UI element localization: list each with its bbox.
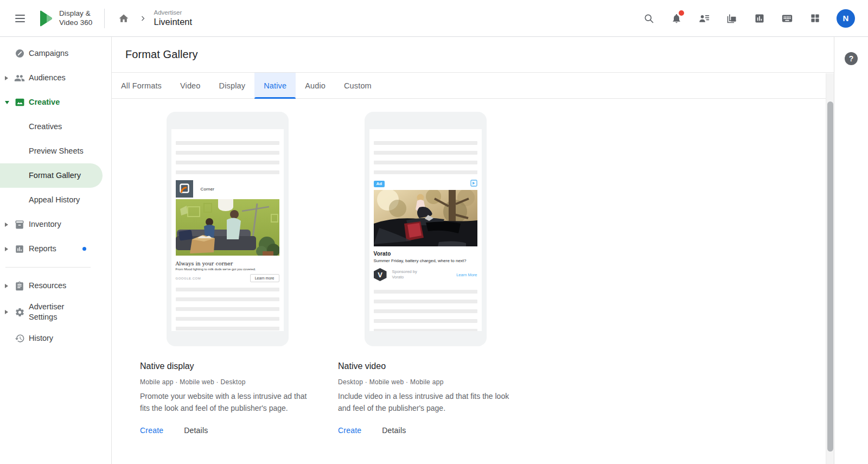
sidebar-item-label: Inventory <box>29 219 61 230</box>
product-line2: Video 360 <box>59 18 92 28</box>
sidebar: Campaigns Audiences Creative Creatives P… <box>0 37 112 464</box>
breadcrumb-label: Advertiser <box>154 9 192 16</box>
native-display-ad-preview: Corner <box>176 180 279 282</box>
menu-icon[interactable] <box>11 9 29 28</box>
breadcrumb[interactable]: Advertiser Liveintent <box>154 9 192 27</box>
sidebar-item-label: Advertiser Settings <box>29 302 93 322</box>
product-name: Display & Video 360 <box>59 9 92 27</box>
sidebar-item-label: Creatives <box>29 122 62 132</box>
settings-gear-icon <box>14 307 25 317</box>
search-icon[interactable] <box>640 9 658 28</box>
tab-custom[interactable]: Custom <box>335 73 381 99</box>
notifications-icon[interactable] <box>667 9 686 28</box>
audiences-icon <box>14 73 25 84</box>
format-platforms: Desktop · Mobile web · Mobile app <box>338 378 513 386</box>
ad-body: From Mood lighting to milk duds we've go… <box>176 268 279 271</box>
sidebar-item-creatives[interactable]: Creatives <box>0 115 111 139</box>
collapse-chevron-icon[interactable] <box>5 101 9 104</box>
ad-photo-living-room <box>176 199 279 258</box>
create-button[interactable]: Create <box>338 426 361 435</box>
product-line1: Display & <box>59 9 92 18</box>
tab-native[interactable]: Native <box>254 73 296 99</box>
chevron-right-icon <box>139 15 146 22</box>
ad-brand-name: Corner <box>201 187 215 192</box>
chart-icon[interactable] <box>750 9 769 28</box>
sidebar-item-resources[interactable]: Resources <box>0 274 111 298</box>
apps-icon[interactable] <box>806 9 824 28</box>
tab-audio[interactable]: Audio <box>296 73 335 99</box>
expand-chevron-icon[interactable] <box>5 310 8 314</box>
sidebar-item-appeal-history[interactable]: Appeal History <box>0 188 111 212</box>
expand-chevron-icon[interactable] <box>5 76 8 80</box>
expand-chevron-icon[interactable] <box>5 284 8 288</box>
vorato-logo-icon: V <box>374 268 387 281</box>
format-name: Native video <box>338 361 513 371</box>
windows-icon[interactable] <box>723 9 741 28</box>
sidebar-item-audiences[interactable]: Audiences <box>0 66 111 90</box>
page-title: Format Gallery <box>125 48 198 61</box>
phone-mockup: Ad <box>365 112 487 346</box>
sidebar-item-label: Reports <box>29 244 56 254</box>
title-bar: Format Gallery <box>112 37 834 73</box>
format-name: Native display <box>140 361 315 371</box>
sidebar-item-advertiser-settings[interactable]: Advertiser Settings <box>0 298 111 326</box>
details-button[interactable]: Details <box>382 426 406 435</box>
creative-icon <box>14 97 25 108</box>
format-tabs: All Formats Video Display Native Audio C… <box>112 73 834 99</box>
create-button[interactable]: Create <box>140 426 163 435</box>
history-icon <box>14 333 25 344</box>
manage-users-icon[interactable] <box>695 9 713 28</box>
sidebar-item-label: Preview Sheets <box>29 146 84 156</box>
sidebar-item-inventory[interactable]: Inventory <box>0 212 111 237</box>
vertical-scrollbar[interactable] <box>826 73 834 464</box>
format-gallery-grid: Corner <box>112 99 834 435</box>
format-description: Promote your website with a less intrusi… <box>140 391 311 414</box>
sidebar-item-label: Appeal History <box>29 195 80 205</box>
expand-chevron-icon[interactable] <box>5 223 8 227</box>
sidebar-divider <box>5 267 91 268</box>
keyboard-icon[interactable] <box>778 9 796 28</box>
inventory-icon <box>14 219 25 230</box>
tab-all-formats[interactable]: All Formats <box>112 73 171 99</box>
format-description: Include video in a less intrusive ad tha… <box>338 391 509 414</box>
adchoices-icon[interactable] <box>470 179 477 189</box>
tab-display[interactable]: Display <box>210 73 255 99</box>
ad-learn-more-link[interactable]: Learn More <box>456 272 477 277</box>
ad-video-frame <box>374 190 477 249</box>
ad-domain: GOOGLE.COM <box>176 277 201 280</box>
avatar-initial: N <box>843 14 849 23</box>
main-panel: Format Gallery All Formats Video Display… <box>112 37 834 464</box>
ad-headline: Always in your corner <box>176 260 279 266</box>
sidebar-item-label: Resources <box>29 281 66 291</box>
format-card-native-video: Ad <box>338 112 513 435</box>
app-header: Display & Video 360 Advertiser Liveinten… <box>0 0 868 37</box>
sidebar-item-format-gallery[interactable]: Format Gallery <box>0 163 103 188</box>
sponsored-by-text: Sponsored by Vorato <box>392 269 417 280</box>
ad-badge: Ad <box>374 181 385 187</box>
sidebar-item-preview-sheets[interactable]: Preview Sheets <box>0 139 111 163</box>
ad-tagline: Summer Friday, battery charged, where to… <box>374 258 477 263</box>
ad-learn-more-button[interactable]: Learn more <box>250 274 279 282</box>
corner-brand-logo-icon <box>176 180 193 198</box>
sidebar-item-history[interactable]: History <box>0 326 111 351</box>
resources-icon <box>14 281 25 291</box>
tab-video[interactable]: Video <box>171 73 210 99</box>
help-icon[interactable]: ? <box>845 52 858 65</box>
native-video-ad-preview: Ad <box>374 180 477 281</box>
home-icon[interactable] <box>114 9 133 28</box>
sidebar-item-label: Campaigns <box>29 48 68 59</box>
avatar[interactable]: N <box>837 9 855 28</box>
sidebar-item-reports[interactable]: Reports <box>0 237 111 261</box>
expand-chevron-icon[interactable] <box>5 247 8 251</box>
sidebar-item-label: Creative <box>29 97 60 107</box>
sidebar-item-creative[interactable]: Creative <box>0 90 111 115</box>
sidebar-item-campaigns[interactable]: Campaigns <box>0 41 111 66</box>
dv360-logo-icon[interactable] <box>36 9 54 28</box>
details-button[interactable]: Details <box>184 426 208 435</box>
notification-badge <box>679 10 684 16</box>
reports-new-badge <box>82 247 86 251</box>
breadcrumb-value: Liveintent <box>154 17 192 27</box>
scrollbar-thumb[interactable] <box>827 101 833 452</box>
help-rail: ? <box>834 37 868 464</box>
format-platforms: Mobile app · Mobile web · Desktop <box>140 378 315 386</box>
